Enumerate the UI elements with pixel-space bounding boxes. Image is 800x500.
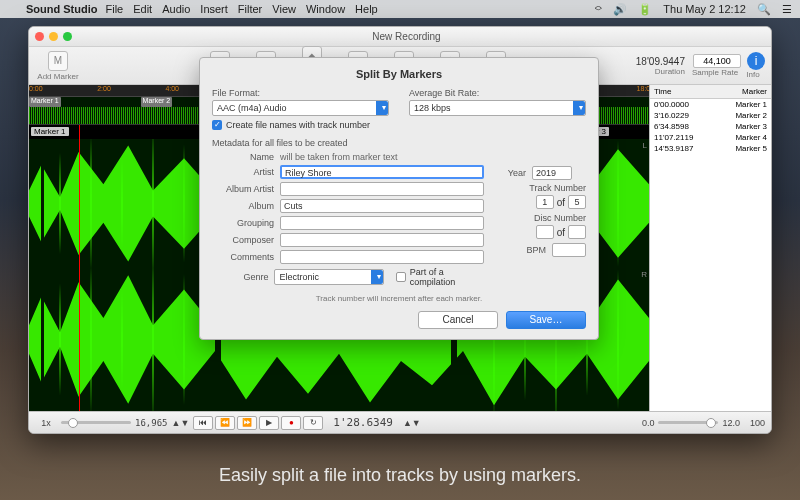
checkmark-icon: ✓ (212, 120, 222, 130)
menubar-status: ⌔ 🔊 🔋 Thu May 2 12:12 🔍 ☰ (587, 3, 792, 16)
composer-field[interactable] (280, 233, 484, 247)
zoom-slider[interactable] (61, 421, 131, 424)
marker-label[interactable]: Marker 1 (31, 127, 69, 136)
save-button[interactable]: Save… (506, 311, 586, 329)
volume-slider[interactable] (658, 421, 718, 424)
duration-display: 18'09.9447 Duration (636, 56, 685, 76)
track-total-field[interactable]: 5 (568, 195, 586, 209)
menu-edit[interactable]: Edit (133, 3, 152, 15)
menu-help[interactable]: Help (355, 3, 378, 15)
scrub-value: 0.0 (642, 418, 655, 428)
disc-total-field[interactable] (568, 225, 586, 239)
sample-position: 16,965 (135, 418, 168, 428)
bpm-field[interactable] (552, 243, 586, 257)
macos-menubar: Sound Studio File Edit Audio Insert Filt… (0, 0, 800, 18)
marketing-tagline: Easily split a file into tracks by using… (0, 465, 800, 486)
marker-list-row[interactable]: 14'53.9187Marker 5 (650, 143, 771, 154)
overview-marker[interactable]: Marker 1 (29, 97, 61, 107)
menu-file[interactable]: File (105, 3, 123, 15)
forward-button[interactable]: ⏩ (237, 416, 257, 430)
overview-marker[interactable]: Marker 2 (141, 97, 173, 107)
record-button[interactable]: ● (281, 416, 301, 430)
cancel-button[interactable]: Cancel (418, 311, 498, 329)
bitrate-select[interactable]: 128 kbps (409, 100, 586, 116)
menu-audio[interactable]: Audio (162, 3, 190, 15)
marker-list-row[interactable]: 6'34.8598Marker 3 (650, 121, 771, 132)
app-window: New Recording MAdd Marker ▲Normalize ◢Fa… (28, 26, 772, 434)
titlebar: New Recording (29, 27, 771, 47)
playhead[interactable] (79, 125, 80, 411)
clock[interactable]: Thu May 2 12:12 (663, 3, 746, 15)
zoom-level: 1x (35, 418, 57, 428)
spotlight-icon[interactable]: 🔍 (757, 3, 771, 15)
file-format-label: File Format: (212, 88, 389, 98)
track-number-field[interactable]: 1 (536, 195, 554, 209)
menu-insert[interactable]: Insert (200, 3, 228, 15)
app-name[interactable]: Sound Studio (26, 3, 97, 15)
rewind-button[interactable]: ⏪ (215, 416, 235, 430)
marker-icon: M (48, 51, 68, 71)
timecode-stepper-icon[interactable]: ▲▼ (403, 418, 421, 428)
transport-bar: 1x 16,965 ▲▼ ⏮ ⏪ ⏩ ▶ ● ↻ 1'28.6349 ▲▼ 0.… (29, 411, 771, 433)
col-marker[interactable]: Marker (738, 85, 771, 98)
info-button[interactable]: i (747, 52, 765, 70)
artist-field[interactable]: Riley Shore (280, 165, 484, 179)
play-button[interactable]: ▶ (259, 416, 279, 430)
file-format-select[interactable]: AAC (m4a) Audio (212, 100, 389, 116)
marker-list-panel: Time Marker 0'00.0000Marker 13'16.0229Ma… (649, 85, 771, 411)
metadata-section-label: Metadata for all files to be created (212, 138, 586, 148)
name-note: will be taken from marker text (280, 152, 398, 162)
checkbox-icon (396, 272, 405, 282)
comments-field[interactable] (280, 250, 484, 264)
split-by-markers-dialog: Split By Markers File Format: AAC (m4a) … (199, 57, 599, 340)
increment-note: Track number will increment after each m… (212, 294, 586, 303)
marker-list-row[interactable]: 11'07.2119Marker 4 (650, 132, 771, 143)
loop-button[interactable]: ↻ (303, 416, 323, 430)
genre-select[interactable]: Electronic (274, 269, 384, 285)
rewind-start-button[interactable]: ⏮ (193, 416, 213, 430)
dialog-title: Split By Markers (212, 68, 586, 80)
timecode: 1'28.6349 (333, 416, 393, 429)
col-time[interactable]: Time (650, 85, 738, 98)
window-title: New Recording (42, 31, 771, 42)
grouping-field[interactable] (280, 216, 484, 230)
marker-list-row[interactable]: 3'16.0229Marker 2 (650, 110, 771, 121)
menu-view[interactable]: View (272, 3, 296, 15)
wifi-icon[interactable]: ⌔ (595, 3, 602, 15)
stepper-icon[interactable]: ▲▼ (172, 418, 190, 428)
year-field[interactable]: 2019 (532, 166, 572, 180)
bitrate-label: Average Bit Rate: (409, 88, 586, 98)
volume-icon[interactable]: 🔊 (613, 3, 627, 15)
volume-value: 12.0 (722, 418, 740, 428)
battery-icon[interactable]: 🔋 (638, 3, 652, 15)
album-field[interactable]: Cuts (280, 199, 484, 213)
disc-number-field[interactable] (536, 225, 554, 239)
menu-filter[interactable]: Filter (238, 3, 262, 15)
compilation-checkbox[interactable]: Part of a compilation (396, 267, 484, 287)
notifications-icon[interactable]: ☰ (782, 3, 792, 15)
menu-window[interactable]: Window (306, 3, 345, 15)
add-marker-button[interactable]: MAdd Marker (35, 51, 81, 81)
sample-rate-field[interactable]: 44,100 (693, 54, 741, 68)
output-level: 100 (750, 418, 765, 428)
album-artist-field[interactable] (280, 182, 484, 196)
marker-list-row[interactable]: 0'00.0000Marker 1 (650, 99, 771, 110)
track-number-checkbox[interactable]: ✓ Create file names with track number (212, 120, 586, 130)
